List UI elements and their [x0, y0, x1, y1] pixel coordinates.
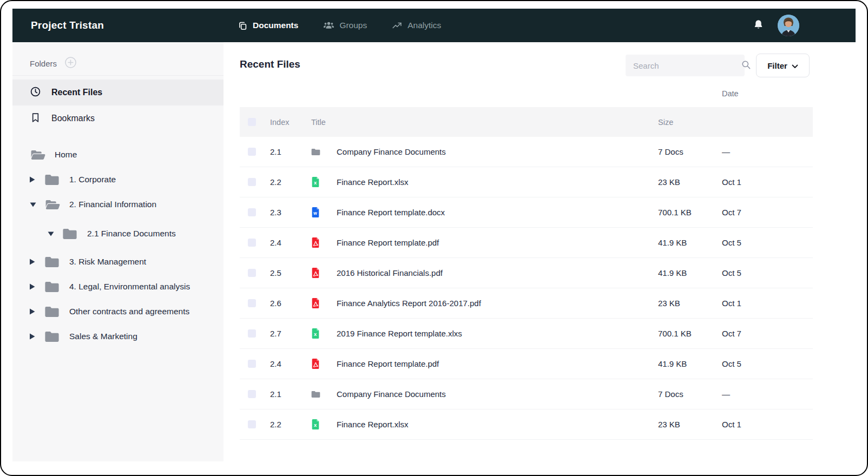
cell-title: x Finance Report.xlsx [311, 177, 658, 187]
add-folder-button[interactable] [64, 56, 77, 71]
row-checkbox[interactable] [248, 178, 256, 186]
sidebar-item-recent-files[interactable]: Recent Files [12, 80, 223, 105]
file-title: Company Finance Documents [337, 147, 446, 156]
table-row[interactable]: 2.4 Finance Report template.pdf 41.9 KB … [240, 349, 813, 379]
svg-text:x: x [314, 331, 317, 337]
caret-down-icon[interactable] [30, 202, 36, 207]
sidebar-item-bookmarks[interactable]: Bookmarks [12, 105, 223, 131]
folder-tree-item[interactable]: 2.1 Finance Documents [12, 221, 223, 246]
cell-title: x 2019 Finance Report template.xlxs [311, 328, 658, 339]
row-checkbox[interactable] [248, 390, 256, 398]
folder-tree-item[interactable]: 4. Legal, Environmental analysis [12, 274, 223, 299]
row-checkbox[interactable] [248, 239, 256, 247]
file-title: Finance Report template.docx [337, 208, 445, 217]
app-window: Project Tristan Documents Groups Analyti… [0, 0, 868, 476]
row-checkbox[interactable] [248, 208, 256, 216]
sidebar: Folders Recent Files Bookmarks Home 1. C… [12, 42, 223, 461]
folder-tree-item[interactable]: Other contracts and agreements [12, 299, 223, 324]
pdf-file-icon [311, 237, 320, 248]
cell-date: Oct 1 [722, 420, 813, 429]
pdf-file-icon [311, 268, 320, 278]
row-checkbox[interactable] [248, 329, 256, 338]
folder-tree-label: Sales & Marketing [69, 332, 137, 341]
filter-button[interactable]: Filter [756, 54, 810, 77]
folder-tree-item[interactable]: 2. Financial Information [12, 192, 223, 217]
folder-tree-item[interactable]: Sales & Marketing [12, 324, 223, 349]
folder-tree-item[interactable]: 3. Risk Management [12, 249, 223, 274]
svg-text:w: w [313, 210, 317, 216]
row-checkbox[interactable] [248, 360, 256, 368]
file-title: Finance Report template.pdf [337, 359, 439, 368]
caret-down-icon[interactable] [48, 232, 54, 236]
cell-size: 41.9 KB [658, 238, 722, 247]
table-row[interactable]: 2.1 Company Finance Documents 7 Docs — [240, 379, 813, 409]
sidebar-divider [12, 75, 223, 76]
cell-title: Finance Report template.pdf [311, 359, 658, 369]
navbar-right [753, 15, 856, 36]
table-row[interactable]: 2.3 w Finance Report template.docx 700.1… [240, 197, 813, 228]
folder-tree-label: 2.1 Finance Documents [87, 229, 176, 239]
cell-size: 41.9 KB [658, 359, 722, 368]
nav-tab-label: Groups [339, 21, 367, 30]
clock-icon [30, 86, 41, 100]
column-header-title[interactable]: Title [311, 118, 658, 127]
cell-size: 23 KB [658, 299, 722, 308]
folder-tree-item[interactable]: Home [12, 142, 223, 167]
filter-button-label: Filter [767, 61, 787, 70]
file-title: 2019 Finance Report template.xlxs [337, 329, 462, 338]
caret-right-icon[interactable] [30, 308, 36, 315]
notifications-bell-icon[interactable] [753, 19, 764, 32]
cell-index: 2.5 [270, 268, 311, 277]
row-checkbox[interactable] [248, 269, 256, 277]
caret-right-icon[interactable] [30, 259, 36, 265]
table-header-row: Index Title Size [240, 107, 813, 137]
top-navbar: Project Tristan Documents Groups Analyti… [12, 9, 856, 42]
nav-tab-groups[interactable]: Groups [323, 21, 367, 31]
row-checkbox[interactable] [248, 148, 256, 156]
column-header-index[interactable]: Index [270, 118, 311, 127]
cell-index: 2.6 [270, 299, 311, 308]
nav-tab-documents[interactable]: Documents [238, 21, 298, 31]
analytics-icon [392, 21, 403, 30]
nav-tab-analytics[interactable]: Analytics [392, 21, 441, 30]
cell-index: 2.3 [270, 208, 311, 217]
cell-title: 2016 Historical Financials.pdf [311, 268, 658, 278]
caret-right-icon[interactable] [30, 283, 36, 290]
cell-index: 2.2 [270, 177, 311, 187]
cell-index: 2.4 [270, 238, 311, 247]
table-row[interactable]: 2.5 2016 Historical Financials.pdf 41.9 … [240, 258, 813, 288]
cell-size: 23 KB [658, 177, 722, 187]
cell-index: 2.7 [270, 329, 311, 338]
folder-tree-label: Home [55, 150, 77, 160]
table-row[interactable]: 2.2 x Finance Report.xlsx 23 KB Oct 1 [240, 167, 813, 197]
table-row[interactable]: 2.6 Finance Analytics Report 2016-2017.p… [240, 288, 813, 319]
cell-date: — [722, 389, 813, 399]
search-input[interactable] [633, 61, 741, 70]
user-avatar[interactable] [778, 15, 799, 36]
file-title: 2016 Historical Financials.pdf [337, 268, 443, 277]
table-row[interactable]: 2.7 x 2019 Finance Report template.xlxs … [240, 319, 813, 349]
page-title: Recent Files [240, 58, 300, 70]
folder-icon [311, 389, 320, 399]
cell-index: 2.1 [270, 389, 311, 399]
select-all-checkbox[interactable] [248, 118, 256, 126]
row-checkbox[interactable] [248, 420, 256, 428]
table-row[interactable]: 2.1 Company Finance Documents 7 Docs — [240, 137, 813, 167]
caret-right-icon[interactable] [30, 176, 36, 183]
file-title: Company Finance Documents [337, 389, 446, 399]
search-icon[interactable] [741, 60, 751, 72]
column-header-size[interactable]: Size [658, 118, 722, 127]
main-nav: Documents Groups Analytics [238, 21, 441, 31]
caret-right-icon[interactable] [30, 333, 36, 340]
cell-title: w Finance Report template.docx [311, 207, 658, 217]
cell-title: Company Finance Documents [311, 147, 658, 157]
closed-folder-icon [62, 228, 78, 240]
app-title: Project Tristan [12, 19, 104, 31]
column-header-date[interactable]: Date [722, 89, 739, 98]
table-row[interactable]: 2.2 x Finance Report.xlsx 23 KB Oct 1 [240, 409, 813, 440]
row-checkbox[interactable] [248, 299, 256, 307]
cell-date: Oct 5 [722, 359, 813, 368]
table-row[interactable]: 2.4 Finance Report template.pdf 41.9 KB … [240, 228, 813, 258]
folder-tree-item[interactable]: 1. Corporate [12, 167, 223, 192]
cell-date: Oct 7 [722, 329, 813, 338]
